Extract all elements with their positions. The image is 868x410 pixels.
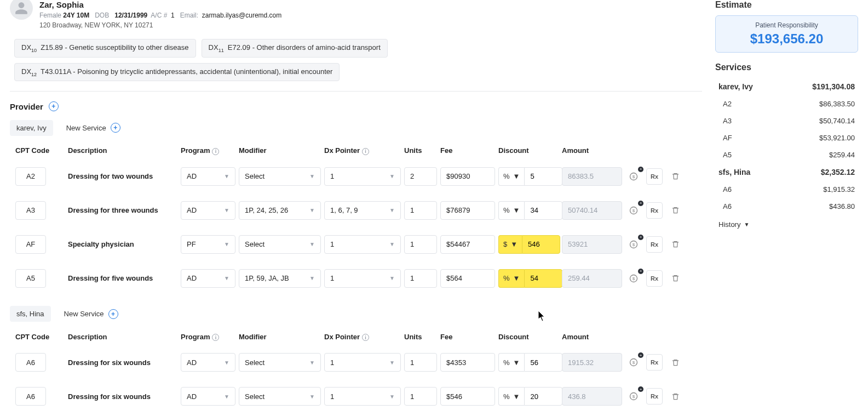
discount-type-select[interactable]: $▼ (498, 235, 522, 254)
new-service-button[interactable]: New Service+ (58, 305, 125, 323)
cpt-pill[interactable]: A6 (15, 353, 46, 372)
fee-input[interactable]: $ (440, 387, 495, 406)
discount-type-select[interactable]: %▼ (498, 353, 524, 372)
rx-button[interactable]: Rx (646, 388, 663, 405)
discount-type-select[interactable]: %▼ (498, 167, 524, 186)
chevron-down-icon: ▼ (510, 240, 518, 248)
modifier-select[interactable]: Select▼ (239, 167, 321, 186)
chevron-down-icon: ▼ (513, 206, 520, 214)
cost-icon-button[interactable]: $+ (625, 236, 642, 253)
fee-input[interactable]: $ (440, 201, 495, 220)
units-input[interactable] (404, 269, 437, 288)
provider-tab[interactable]: karev, Ivy (10, 120, 53, 136)
discount-type-select[interactable]: %▼ (498, 201, 524, 220)
program-select[interactable]: AD▼ (181, 387, 235, 406)
delete-button[interactable] (667, 388, 683, 405)
amount-readonly: 1915.32 (562, 353, 622, 372)
cpt-pill[interactable]: AF (15, 235, 46, 254)
cost-icon-button[interactable]: $+ (625, 388, 642, 405)
fee-input[interactable]: $ (440, 235, 495, 254)
chevron-down-icon: ▼ (389, 173, 395, 179)
cost-icon-button[interactable]: $+ (625, 270, 642, 287)
delete-button[interactable] (667, 354, 683, 371)
info-icon[interactable]: i (212, 334, 219, 341)
program-select[interactable]: AD▼ (181, 167, 235, 186)
estimate-box-label: Patient Responsibility (721, 21, 852, 29)
dx-pointer-select[interactable]: 1, 6, 7, 9▼ (324, 201, 401, 220)
diagnosis-chip[interactable]: DX10 Z15.89 - Genetic susceptibility to … (14, 39, 196, 58)
rx-button[interactable]: Rx (646, 202, 663, 219)
cpt-pill[interactable]: A3 (15, 201, 46, 220)
fee-input[interactable]: $ (440, 269, 495, 288)
delete-button[interactable] (667, 270, 683, 287)
discount-value-input[interactable] (524, 387, 562, 406)
cpt-pill[interactable]: A2 (15, 167, 46, 186)
dx-pointer-select[interactable]: 1▼ (324, 167, 401, 186)
delete-button[interactable] (667, 202, 683, 219)
modifier-select[interactable]: Select▼ (239, 387, 321, 406)
svg-text:$: $ (633, 360, 635, 365)
patient-header: Zar, Sophia Female 24Y 10M DOB 12/31/199… (10, 0, 702, 36)
service-group: sfs, Hina$2,352.12 (715, 163, 858, 181)
cost-icon-button[interactable]: $+ (625, 168, 642, 185)
rx-button[interactable]: Rx (646, 270, 663, 287)
units-input[interactable] (404, 387, 437, 406)
delete-button[interactable] (667, 236, 683, 253)
program-select[interactable]: AD▼ (181, 269, 235, 288)
units-input[interactable] (404, 235, 437, 254)
chevron-down-icon: ▼ (513, 358, 520, 367)
fee-input[interactable]: $ (440, 353, 495, 372)
fee-input[interactable]: $ (440, 167, 495, 186)
dx-pointer-select[interactable]: 1▼ (324, 235, 401, 254)
diagnosis-chip[interactable]: DX12 T43.011A - Poisoning by tricyclic a… (14, 63, 340, 82)
cpt-pill[interactable]: A5 (15, 269, 46, 288)
cpt-pill[interactable]: A6 (15, 387, 46, 406)
units-input[interactable] (404, 353, 437, 372)
chevron-down-icon: ▼ (224, 173, 229, 179)
history-toggle[interactable]: History ▼ (715, 215, 858, 234)
cost-icon-button[interactable]: $+ (625, 354, 642, 371)
rx-button[interactable]: Rx (646, 354, 663, 371)
dx-pointer-select[interactable]: 1▼ (324, 353, 401, 372)
dx-pointer-select[interactable]: 1▼ (324, 269, 401, 288)
modifier-select[interactable]: 1P, 59, JA, JB▼ (239, 269, 321, 288)
avatar (10, 0, 33, 20)
info-icon[interactable]: i (212, 148, 219, 155)
service-description: Dressing for three wounds (68, 206, 177, 214)
chevron-down-icon: ▼ (224, 275, 229, 281)
modifier-select[interactable]: Select▼ (239, 235, 321, 254)
estimate-box: Patient Responsibility $193,656.20 (715, 15, 858, 53)
chevron-down-icon: ▼ (309, 241, 315, 247)
diagnosis-chip[interactable]: DX11 E72.09 - Other disorders of amino-a… (202, 39, 388, 58)
chevron-down-icon: ▼ (744, 221, 749, 227)
new-service-button[interactable]: New Service+ (60, 119, 127, 136)
dx-pointer-select[interactable]: 1▼ (324, 387, 401, 406)
discount-value-input[interactable] (524, 201, 562, 220)
discount-value-input[interactable] (524, 353, 562, 372)
discount-value-input[interactable] (524, 167, 562, 186)
rx-button[interactable]: Rx (646, 236, 663, 253)
add-provider-button[interactable]: + (49, 101, 59, 111)
info-icon[interactable]: i (362, 148, 369, 155)
program-select[interactable]: AD▼ (181, 353, 235, 372)
rx-button[interactable]: Rx (646, 168, 663, 185)
discount-type-select[interactable]: %▼ (498, 387, 524, 406)
modifier-select[interactable]: 1P, 24, 25, 26▼ (239, 201, 321, 220)
amount-readonly: 86383.5 (562, 167, 622, 186)
amount-readonly: 259.44 (562, 269, 622, 288)
discount-type-select[interactable]: %▼ (498, 269, 524, 288)
estimate-box-value: $193,656.20 (721, 31, 852, 47)
cost-icon-button[interactable]: $+ (625, 202, 642, 219)
provider-tab[interactable]: sfs, Hina (10, 306, 51, 322)
program-select[interactable]: AD▼ (181, 201, 235, 220)
units-input[interactable] (404, 167, 437, 186)
service-description: Dressing for six wounds (68, 358, 177, 367)
discount-value-input[interactable] (524, 269, 562, 288)
modifier-select[interactable]: Select▼ (239, 353, 321, 372)
info-icon[interactable]: i (362, 334, 369, 341)
program-select[interactable]: PF▼ (181, 235, 235, 254)
delete-button[interactable] (667, 168, 683, 185)
discount-value-input[interactable] (522, 235, 560, 254)
patient-address: 120 Broadway, NEW YORK, NY 10271 (39, 21, 281, 29)
units-input[interactable] (404, 201, 437, 220)
